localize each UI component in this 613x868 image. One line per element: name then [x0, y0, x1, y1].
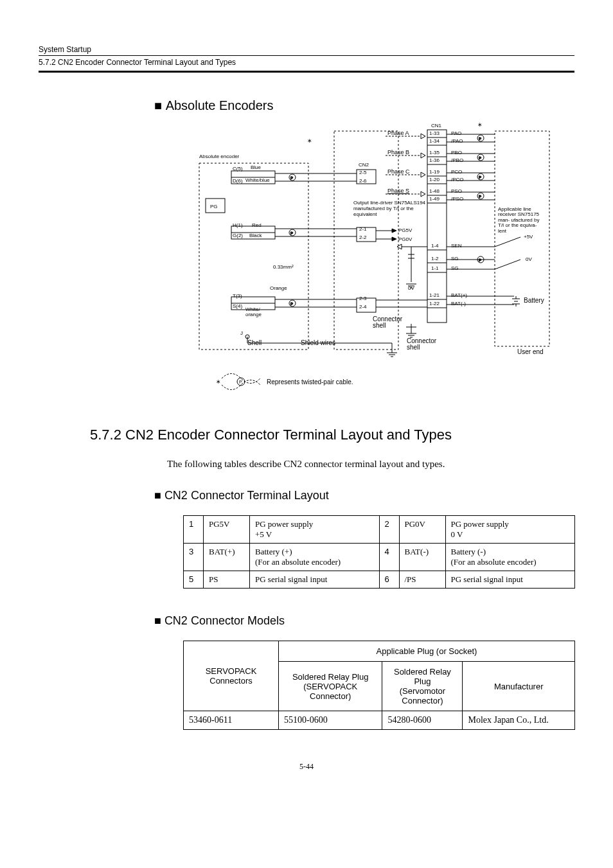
cell-signal: PG5V: [204, 516, 250, 544]
label-cn1-149: 1-49: [429, 196, 440, 202]
table-row: 53460-0611 55100-0600 54280-0600 Molex J…: [184, 711, 575, 730]
label-white-orange: White/orange: [245, 307, 262, 317]
label-0v: 0V: [408, 285, 414, 291]
cell-pin-num: 4: [379, 544, 399, 571]
label-connector-shell-2: Connectorshell: [407, 338, 436, 351]
subheading-connector-models-text: CN2 Connector Models: [164, 614, 285, 627]
cell-desc: Battery (-)(For an absolute encoder): [445, 544, 575, 571]
label-cn1-134: 1-34: [429, 138, 440, 144]
label-npbo: /PBO: [451, 157, 463, 163]
label-sen: SEN: [451, 243, 461, 249]
svg-text:P: P: [479, 175, 481, 179]
th-applicable: Applicable Plug (or Socket): [279, 641, 575, 662]
subheading-connector-models: ■ CN2 Connector Models: [154, 614, 574, 628]
label-cn1-120: 1-20: [429, 177, 440, 182]
svg-rect-21: [495, 131, 549, 346]
label-cn1-14: 1-4: [431, 243, 439, 249]
svg-text:P: P: [479, 156, 481, 160]
label-pbo: PBO: [451, 150, 462, 155]
svg-text:P: P: [290, 231, 293, 235]
label-pg5v: PG5V: [398, 227, 412, 233]
cell-signal: PG0V: [399, 516, 445, 544]
cell-pin-num: 5: [184, 571, 204, 589]
label-cn1-148: 1-48: [429, 188, 440, 194]
heading-absolute-encoders-text: Absolute Encoders: [166, 98, 274, 112]
label-recv-note: Applicable line receiver SN75175 man- uf…: [498, 207, 546, 234]
svg-text:P: P: [290, 302, 293, 306]
cell-pin-num: 2: [379, 516, 399, 544]
label-cn2-24: 2-4: [359, 304, 367, 310]
intro-paragraph: The following tables describe CN2 connec…: [167, 459, 574, 470]
label-cn2: CN2: [359, 162, 369, 168]
label-cn1-119: 1-19: [429, 169, 440, 175]
svg-text:P: P: [479, 195, 481, 199]
cell-plug-servomotor: 54280-0600: [382, 711, 463, 730]
label-h1: H(1): [233, 222, 243, 228]
heading-572: 5.7.2 CN2 Encoder Connector Terminal Lay…: [90, 427, 574, 443]
label-npso: /PSO: [451, 196, 463, 202]
label-cn2-26: 2-6: [359, 178, 367, 184]
label-plus5v: +5V: [524, 234, 533, 240]
label-d6: D(6): [233, 178, 243, 184]
label-wire-area: 0.33mm²: [273, 264, 294, 270]
label-batm: BAT(-): [451, 301, 466, 306]
label-t3: T(3): [233, 293, 242, 299]
label-connector-shell-1: Connectorshell: [373, 316, 402, 329]
cell-plug-servopack: 55100-0600: [279, 711, 382, 730]
label-user-end: User end: [517, 348, 544, 355]
cell-desc: PG serial signal input: [445, 571, 575, 589]
label-cn1-11: 1-1: [431, 265, 439, 271]
label-cn2-22: 2-2: [359, 235, 367, 240]
label-black: Black: [249, 233, 262, 238]
label-battery: Battery: [524, 297, 544, 304]
label-phase-b: Phase B: [387, 149, 409, 155]
label-pco: PCO: [451, 169, 462, 175]
label-driver-note: Output line-driver SN75ALS194 manufactur…: [353, 200, 427, 217]
subheading-terminal-layout: ■ CN2 Connector Terminal Layout: [154, 489, 574, 502]
cell-desc: PG power supply+5 V: [250, 516, 380, 544]
label-cn1-136: 1-36: [429, 157, 440, 163]
label-cn2-23: 2-3: [359, 296, 367, 301]
label-pao: PAO: [451, 130, 461, 136]
cell-manufacturer: Molex Japan Co., Ltd.: [463, 711, 575, 730]
label-0v-right: 0V: [526, 256, 532, 262]
svg-line-96: [495, 260, 520, 269]
heading-absolute-encoders: ■ Absolute Encoders: [154, 98, 574, 113]
cell-pin-num: 6: [379, 571, 399, 589]
label-red: Red: [252, 222, 262, 228]
label-batp: BAT(+): [451, 292, 467, 298]
table-terminal-layout: 1PG5VPG power supply+5 V2PG0VPG power su…: [183, 515, 575, 589]
svg-text:P: P: [290, 176, 293, 180]
label-orange: Orange: [270, 285, 287, 291]
label-pso: PSO: [451, 188, 462, 194]
label-sg1: SG: [451, 256, 459, 261]
label-c5: C(5): [233, 166, 243, 172]
label-cn1-121: 1-21: [429, 292, 440, 298]
table-row: 3BAT(+)Battery (+)(For an absolute encod…: [184, 544, 575, 571]
table-row: 5PSPG serial signal input6/PSPG serial s…: [184, 571, 575, 589]
label-shell: Shell: [247, 339, 262, 346]
running-head-section: 5.7.2 CN2 Encoder Connector Terminal Lay…: [39, 55, 574, 73]
cell-desc: PG power supply0 V: [445, 516, 575, 544]
svg-rect-0: [199, 163, 308, 350]
label-sg2: SG: [451, 265, 459, 271]
wiring-diagram: PG: [193, 125, 553, 401]
label-phase-c: Phase C: [387, 168, 410, 175]
svg-text:P: P: [479, 258, 481, 262]
label-pg0v: PG0V: [398, 236, 412, 242]
label-white-blue: White/blue: [245, 177, 270, 183]
label-cn2-25: 2-5: [359, 170, 367, 175]
table-connector-models: SERVOPACKConnectors Applicable Plug (or …: [183, 641, 575, 730]
cell-signal: /PS: [399, 571, 445, 589]
label-npco: /PCO: [451, 177, 464, 182]
cell-servopack-conn: 53460-0611: [184, 711, 279, 730]
label-cn1-135: 1-35: [429, 150, 440, 155]
cell-desc: PG serial signal input: [250, 571, 380, 589]
th-soldered-servopack: Soldered Relay Plug(SERVOPACKConnector): [279, 662, 382, 711]
label-phase-s: Phase S: [387, 188, 409, 194]
label-cn2-21: 2-1: [359, 226, 367, 232]
svg-line-95: [495, 237, 520, 247]
label-npao: /PAO: [451, 138, 463, 144]
running-head-chapter: System Startup: [39, 45, 574, 54]
label-shield: Shield wires: [301, 339, 335, 346]
